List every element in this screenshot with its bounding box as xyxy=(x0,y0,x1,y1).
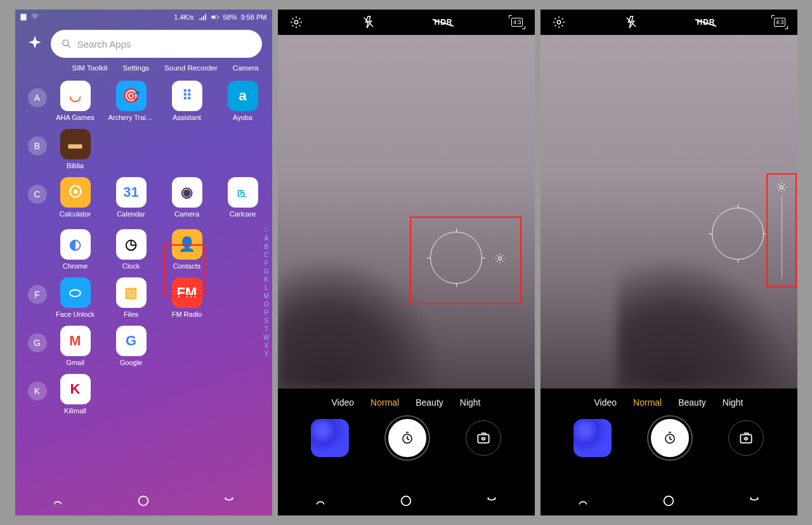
phone-camera-exposure: HDR 4:3 Video Normal Beauty Night xyxy=(540,10,797,515)
index-letter[interactable]: B xyxy=(264,243,268,250)
app-label: Biblia xyxy=(67,162,84,169)
svg-point-7 xyxy=(294,20,298,24)
index-letter[interactable]: P xyxy=(264,309,268,316)
alpha-index[interactable]: ♡ABCFGKLMOPSTWXY xyxy=(263,227,269,357)
home-button[interactable] xyxy=(662,494,676,508)
index-letter[interactable]: C xyxy=(264,251,268,258)
index-letter[interactable]: W xyxy=(263,334,269,341)
index-letter[interactable]: ♡ xyxy=(263,227,269,234)
shutter-button[interactable] xyxy=(386,416,429,460)
mode-beauty[interactable]: Beauty xyxy=(678,397,706,408)
sparkle-icon[interactable] xyxy=(25,34,44,53)
index-letter[interactable]: M xyxy=(264,293,269,300)
settings-gear-icon[interactable] xyxy=(552,15,566,29)
app-label: Ayoba xyxy=(233,114,252,121)
mode-video[interactable]: Video xyxy=(594,397,617,408)
index-letter[interactable]: T xyxy=(265,326,268,333)
app-icon: ⠿ xyxy=(172,81,202,111)
app-item[interactable]: ◷Clock xyxy=(112,229,151,270)
settings-gear-icon[interactable] xyxy=(289,15,303,29)
gallery-thumbnail[interactable] xyxy=(573,419,612,457)
recents-button[interactable] xyxy=(51,494,65,508)
flash-off-icon[interactable] xyxy=(362,15,376,29)
back-button[interactable] xyxy=(747,494,761,508)
app-item[interactable]: GGoogle xyxy=(112,326,151,366)
index-letter[interactable]: X xyxy=(264,342,268,349)
svg-rect-2 xyxy=(211,16,215,18)
mode-normal[interactable]: Normal xyxy=(633,397,662,408)
app-label: Archery Traini... xyxy=(108,114,154,121)
app-item[interactable]: ⠿Assistant xyxy=(167,81,207,121)
app-item[interactable]: ௩Carlcare xyxy=(223,177,263,218)
app-item[interactable]: ▬Biblia xyxy=(56,129,95,169)
battery-icon xyxy=(211,13,219,22)
aspect-ratio-button[interactable]: 4:3 xyxy=(774,18,786,27)
shortcut[interactable]: Camera xyxy=(233,64,259,72)
recents-button[interactable] xyxy=(576,494,590,508)
mode-strip[interactable]: Video Normal Beauty Night xyxy=(278,394,535,416)
aspect-ratio-button[interactable]: 4:3 xyxy=(511,18,523,27)
shortcut[interactable]: Settings xyxy=(123,64,150,72)
app-item[interactable]: 👤Contacts xyxy=(167,229,207,270)
mode-night[interactable]: Night xyxy=(723,397,743,408)
app-item[interactable]: aAyoba xyxy=(223,81,263,121)
focus-reticle[interactable] xyxy=(712,208,764,260)
app-icon: ▧ xyxy=(116,277,147,308)
app-item[interactable]: MGmail xyxy=(56,326,95,366)
shortcut[interactable]: SIM Toolkit xyxy=(72,64,108,72)
app-item[interactable]: 31Calendar xyxy=(112,177,151,218)
letter-header: K xyxy=(28,382,47,401)
index-letter[interactable]: F xyxy=(265,260,268,267)
mode-beauty[interactable]: Beauty xyxy=(416,397,443,408)
app-item[interactable]: 🎯Archery Traini... xyxy=(112,81,151,121)
mode-strip[interactable]: Video Normal Beauty Night xyxy=(540,394,797,416)
svg-point-18 xyxy=(664,496,674,506)
exposure-sun-icon[interactable] xyxy=(494,252,506,267)
app-item[interactable]: ▧Files xyxy=(112,277,151,318)
exposure-sun-icon[interactable] xyxy=(775,181,788,196)
search-placeholder: Search Apps xyxy=(77,39,131,50)
index-letter[interactable]: K xyxy=(264,276,268,283)
index-letter[interactable]: L xyxy=(265,284,268,291)
exposure-slider-track[interactable] xyxy=(782,196,782,279)
app-icon: M xyxy=(60,326,91,356)
app-item[interactable]: ⬭Face Unlock xyxy=(56,277,95,318)
index-letter[interactable]: Y xyxy=(264,350,268,357)
viewfinder[interactable] xyxy=(540,35,797,389)
switch-camera-button[interactable] xyxy=(466,420,501,456)
recents-button[interactable] xyxy=(313,494,327,508)
back-button[interactable] xyxy=(222,494,236,508)
app-item[interactable]: ◉Camera xyxy=(167,177,207,218)
back-button[interactable] xyxy=(485,494,499,508)
letter-header: C xyxy=(28,185,47,204)
app-item[interactable]: ⦿Calculator xyxy=(56,177,95,218)
hdr-off-icon[interactable]: HDR xyxy=(434,18,452,27)
index-letter[interactable]: G xyxy=(264,268,269,275)
shortcut[interactable]: Sound Recorder xyxy=(164,64,218,72)
search-input[interactable]: Search Apps xyxy=(51,30,262,58)
mode-night[interactable]: Night xyxy=(460,397,481,408)
home-button[interactable] xyxy=(399,494,413,508)
index-letter[interactable]: S xyxy=(264,317,268,324)
focus-reticle[interactable] xyxy=(430,232,482,284)
flash-off-icon[interactable] xyxy=(624,15,638,29)
app-label: Assistant xyxy=(173,114,201,121)
mode-normal[interactable]: Normal xyxy=(370,397,399,408)
home-button[interactable] xyxy=(136,494,150,508)
mode-video[interactable]: Video xyxy=(332,397,355,408)
index-letter[interactable]: A xyxy=(264,235,268,242)
app-item[interactable]: FMFM Radio xyxy=(167,277,207,318)
app-item[interactable]: ◐Chrome xyxy=(56,229,95,270)
app-item[interactable]: KKilimall xyxy=(56,374,95,415)
app-label: Contacts xyxy=(173,262,200,270)
switch-camera-button[interactable] xyxy=(728,420,764,456)
shutter-button[interactable] xyxy=(648,416,691,460)
search-icon xyxy=(61,38,72,50)
viewfinder[interactable] xyxy=(278,35,535,389)
app-item[interactable]: ◡AHA Games xyxy=(56,81,95,121)
letter-header: F xyxy=(28,285,47,304)
hdr-off-icon[interactable]: HDR xyxy=(697,18,715,27)
index-letter[interactable]: O xyxy=(264,301,269,308)
gallery-thumbnail[interactable] xyxy=(311,419,349,457)
status-bar: 1.4K/s 58% 9:58 PM xyxy=(15,10,272,25)
